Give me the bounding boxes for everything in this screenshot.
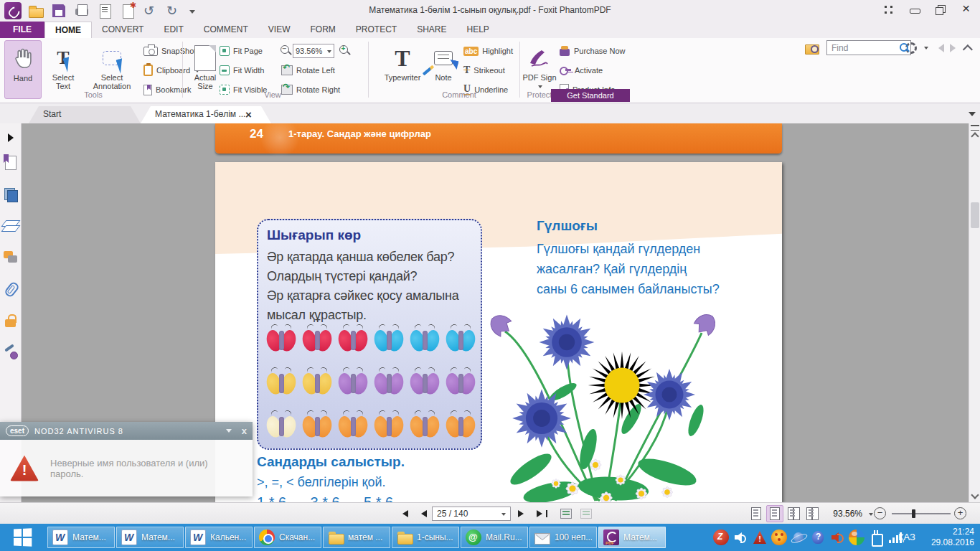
scroll-down-icon[interactable]: [971, 491, 979, 499]
butterfly: [409, 411, 440, 441]
taskbar-button[interactable]: Матем...: [116, 527, 184, 548]
zoom-in-button[interactable]: +: [339, 42, 352, 60]
next-page-button[interactable]: [515, 507, 529, 521]
taskbar-button-label: Mail.Ru...: [486, 532, 522, 542]
helper-icon[interactable]: [810, 529, 826, 545]
continuous-facing-view-button[interactable]: [804, 505, 821, 522]
zoom-out-slider-button[interactable]: −: [874, 507, 886, 519]
bookmark-button[interactable]: Bookmark: [143, 81, 192, 98]
document-work-area: 24 1-тарау. Сандар және цифрлар Шығарып …: [0, 123, 980, 502]
layers-panel-icon[interactable]: [3, 218, 19, 234]
ribbon-tab-protect[interactable]: PROTECT: [346, 22, 407, 38]
folder-icon: [397, 529, 413, 545]
start-button[interactable]: [0, 524, 44, 551]
zoom-slider[interactable]: [892, 513, 951, 514]
pages-panel-icon[interactable]: [3, 187, 19, 202]
actual-size-button[interactable]: Actual Size: [187, 40, 224, 99]
typewriter-label: Typewriter: [379, 73, 426, 82]
clock-time: 21:24: [931, 527, 974, 537]
collapse-ribbon-icon[interactable]: [963, 44, 973, 55]
continuous-view-button[interactable]: [766, 505, 783, 522]
ribbon-tab-convert[interactable]: CONVERT: [92, 22, 154, 38]
tab-list-dropdown-icon[interactable]: [969, 112, 976, 120]
red-app-icon[interactable]: [713, 529, 729, 545]
taskbar-button[interactable]: матем ...: [323, 527, 390, 548]
language-indicator[interactable]: ҚАЗ: [898, 532, 915, 542]
taskbar-button[interactable]: Кальен...: [185, 527, 253, 548]
word-icon: [52, 529, 68, 545]
taskbar-button[interactable]: 1-сыны...: [392, 527, 459, 548]
saturn-icon[interactable]: [791, 529, 806, 545]
hand-tool-button[interactable]: Hand: [4, 40, 42, 99]
ribbon-tab-form[interactable]: FORM: [300, 22, 345, 38]
taskbar-button[interactable]: Матем...: [598, 527, 666, 548]
first-page-button[interactable]: [395, 507, 412, 521]
find-in-files-icon[interactable]: [805, 42, 821, 55]
page-number-combobox[interactable]: 25 / 140: [432, 507, 511, 521]
bouquet-line: жасалған? Қай гүлдердің: [537, 259, 752, 279]
find-next-icon[interactable]: [950, 44, 960, 52]
volume-icon[interactable]: [732, 529, 748, 545]
scrollbar-thumb[interactable]: [971, 202, 979, 228]
activate-label: Activate: [575, 66, 603, 75]
ribbon-tab-help[interactable]: HELP: [456, 22, 499, 38]
security-panel-icon[interactable]: [3, 313, 19, 329]
power-icon[interactable]: [868, 529, 884, 545]
rotate-left-button[interactable]: Rotate Left: [281, 62, 335, 79]
taskbar-button[interactable]: Скачан...: [254, 527, 321, 548]
find-input[interactable]: [826, 40, 911, 55]
doc-tab-start[interactable]: Start: [29, 106, 141, 123]
restore-icon[interactable]: [933, 3, 948, 16]
fit-page-button[interactable]: Fit Page: [220, 42, 263, 60]
facing-view-button[interactable]: [785, 505, 802, 522]
find-previous-icon[interactable]: [934, 44, 944, 52]
strikeout-button[interactable]: TStrikeout: [463, 62, 505, 79]
tab-close-icon[interactable]: [245, 108, 255, 118]
doc-tab-document[interactable]: Математика 1-бөлім ...: [141, 106, 271, 123]
expand-panel-icon[interactable]: [3, 131, 19, 146]
activate-button[interactable]: Activate: [560, 62, 603, 79]
split-view-handle[interactable]: [971, 125, 979, 131]
previous-view-button[interactable]: [558, 507, 574, 521]
zoom-out-button[interactable]: −: [280, 42, 293, 60]
signatures-panel-icon[interactable]: [3, 344, 19, 360]
bookmarks-panel-icon[interactable]: [3, 155, 19, 171]
ribbon-tab-share[interactable]: SHARE: [407, 22, 456, 38]
ribbon-tab-comment[interactable]: COMMENT: [194, 22, 258, 38]
eset-collapse-icon[interactable]: [226, 429, 232, 435]
highlight-label: Highlight: [482, 47, 513, 55]
comments-panel-icon[interactable]: [3, 250, 19, 265]
sphere-icon[interactable]: [849, 529, 864, 545]
single-page-view-button[interactable]: [748, 505, 765, 522]
ribbon-tab-home[interactable]: HOME: [44, 22, 92, 38]
ribbon-tab-view[interactable]: VIEW: [258, 22, 301, 38]
zoom-level-combobox[interactable]: 93.56%: [293, 42, 334, 60]
fullscreen-icon[interactable]: [881, 3, 897, 16]
minimize-icon[interactable]: [907, 3, 923, 16]
taskbar-button[interactable]: 100 неп...: [529, 527, 597, 548]
scroll-up-icon[interactable]: [971, 132, 979, 140]
alert-icon[interactable]: [752, 529, 768, 545]
fit-width-button[interactable]: Fit Width: [220, 62, 264, 79]
taskbar-button[interactable]: Mail.Ru...: [461, 527, 528, 548]
highlight-icon: abc: [463, 47, 479, 56]
ribbon-tab-edit[interactable]: EDIT: [154, 22, 193, 38]
eset-tray-icon[interactable]: [771, 529, 787, 545]
find-options-dropdown-icon[interactable]: [924, 47, 928, 52]
eset-close-icon[interactable]: x: [242, 425, 247, 436]
highlight-button[interactable]: abcHighlight: [463, 42, 513, 60]
zoom-slider-thumb[interactable]: [912, 509, 915, 518]
vertical-scrollbar[interactable]: [969, 123, 980, 502]
zoom-in-slider-button[interactable]: +: [954, 507, 966, 519]
taskbar-clock[interactable]: 21:24 29.08.2016: [931, 527, 974, 548]
attachments-panel-icon[interactable]: [3, 281, 19, 297]
last-page-button[interactable]: [532, 507, 551, 521]
purchase-now-button[interactable]: Purchase Now: [560, 42, 626, 60]
ribbon-tab-file[interactable]: FILE: [0, 22, 44, 38]
sound-icon[interactable]: [829, 529, 845, 545]
previous-page-button[interactable]: [415, 507, 429, 521]
select-text-label: Select Text: [44, 73, 82, 90]
next-view-button[interactable]: [578, 507, 594, 521]
close-icon[interactable]: [958, 3, 974, 16]
taskbar-button[interactable]: Матем...: [47, 527, 115, 548]
